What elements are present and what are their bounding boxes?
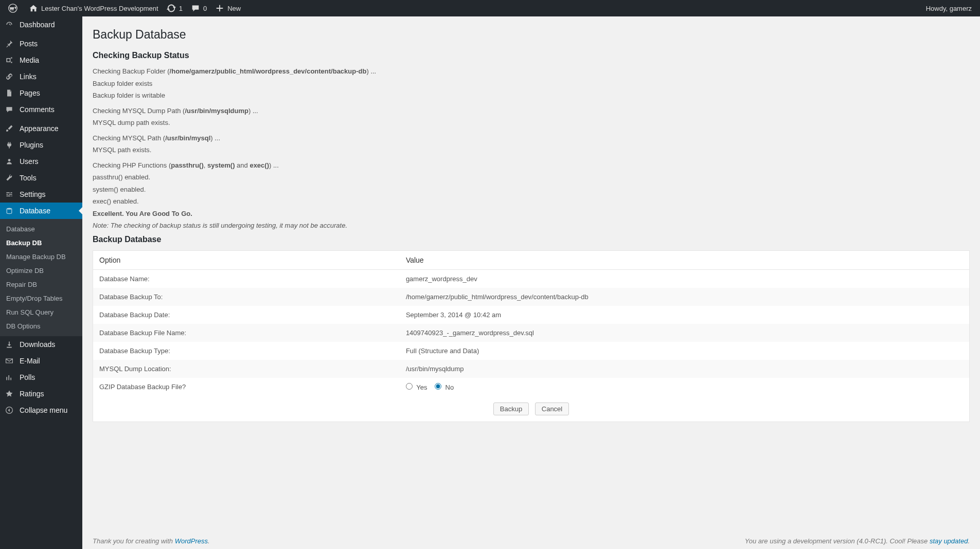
table-row: Database Backup To:/home/gamerz/public_h…: [93, 288, 970, 306]
sidebar-item-database[interactable]: Database: [0, 203, 82, 219]
cancel-button[interactable]: Cancel: [535, 402, 569, 415]
table-head-value: Value: [400, 250, 970, 269]
gzip-no-radio[interactable]: [435, 383, 441, 390]
my-account[interactable]: Howdy, gamerz: [922, 0, 976, 16]
status-ok: Backup folder exists: [93, 79, 970, 89]
sidebar-item-pages[interactable]: Pages: [0, 85, 82, 101]
users-icon: [5, 157, 15, 166]
new-label: New: [227, 5, 241, 12]
sidebar-item-links[interactable]: Links: [0, 68, 82, 85]
submenu-item-backup-db[interactable]: Backup DB: [0, 236, 82, 250]
status-line: Checking Backup Folder (/home/gamerz/pub…: [93, 66, 970, 77]
status-ok: system() enabled.: [93, 185, 970, 195]
table-cell-value: gamerz_wordpress_dev: [400, 269, 970, 288]
submenu-item-repair-db[interactable]: Repair DB: [0, 278, 82, 291]
sidebar-item-dashboard[interactable]: Dashboard: [0, 16, 82, 33]
collapse-icon: [5, 406, 15, 414]
sidebar-item-appearance[interactable]: Appearance: [0, 120, 82, 137]
sidebar-label: Polls: [20, 373, 35, 381]
status-ok: Backup folder is writable: [93, 90, 970, 101]
status-ok: MYSQL dump path exists.: [93, 118, 970, 128]
table-row: Database Backup Type:Full (Structure and…: [93, 342, 970, 360]
table-row: MYSQL Dump Location:/usr/bin/mysqldump: [93, 360, 970, 378]
footer-left: Thank you for creating with WordPress.: [93, 537, 210, 545]
sidebar-item-media[interactable]: Media: [0, 52, 82, 68]
comment-icon: [5, 105, 15, 114]
refresh-icon: [167, 4, 176, 13]
sidebar-label: Ratings: [20, 390, 44, 398]
status-note: Note: The checking of backup status is s…: [93, 221, 970, 231]
wrench-icon: [5, 174, 15, 182]
status-line: Checking MYSQL Path (/usr/bin/mysql) ...: [93, 133, 970, 143]
submenu-item-optimize-db[interactable]: Optimize DB: [0, 264, 82, 278]
star-icon: [5, 390, 15, 398]
table-cell-key: Database Backup To:: [93, 288, 400, 306]
stay-updated-link[interactable]: stay updated: [930, 537, 968, 545]
backup-button[interactable]: Backup: [493, 402, 529, 415]
submenu-item-database[interactable]: Database: [0, 222, 82, 236]
sidebar-item-collapse[interactable]: Collapse menu: [0, 402, 82, 418]
pin-icon: [5, 40, 15, 48]
sidebar-item-comments[interactable]: Comments: [0, 101, 82, 118]
media-icon: [5, 56, 15, 64]
sidebar-item-ratings[interactable]: Ratings: [0, 386, 82, 402]
sidebar-label: Downloads: [20, 340, 55, 349]
admin-bar: Lester Chan's WordPress Development 1 0 …: [0, 0, 980, 16]
table-row: Database Backup Date:September 3, 2014 @…: [93, 306, 970, 324]
gzip-yes-radio[interactable]: [406, 383, 413, 390]
backup-table: Option Value Database Name:gamerz_wordpr…: [93, 250, 970, 422]
sliders-icon: [5, 190, 15, 198]
howdy-text: Howdy, gamerz: [926, 5, 972, 12]
sidebar-item-email[interactable]: E-Mail: [0, 353, 82, 369]
plug-icon: [5, 141, 15, 149]
sidebar-label: E-Mail: [20, 357, 40, 365]
table-cell-key: MYSQL Dump Location:: [93, 360, 400, 378]
sidebar-label: Settings: [20, 190, 46, 198]
footer: Thank you for creating with WordPress. Y…: [93, 537, 970, 545]
submenu-item-run-sql[interactable]: Run SQL Query: [0, 305, 82, 319]
sidebar-item-polls[interactable]: Polls: [0, 369, 82, 386]
table-head-option: Option: [93, 250, 400, 269]
status-excellent: Excellent. You Are Good To Go.: [93, 209, 970, 219]
wordpress-link[interactable]: WordPress: [175, 537, 208, 545]
submenu-item-manage-backup[interactable]: Manage Backup DB: [0, 250, 82, 264]
mail-icon: [5, 357, 15, 365]
admin-sidebar: Dashboard Posts Media Links Pages Commen…: [0, 16, 82, 549]
sidebar-label: Dashboard: [20, 21, 55, 29]
submenu-item-db-options[interactable]: DB Options: [0, 319, 82, 333]
home-icon: [29, 4, 38, 13]
status-ok: exec() enabled.: [93, 196, 970, 207]
gzip-no-label[interactable]: No: [435, 383, 454, 391]
gzip-yes-label[interactable]: Yes: [406, 383, 427, 391]
status-block: Checking Backup Folder (/home/gamerz/pub…: [93, 66, 970, 231]
updates-count: 1: [179, 5, 183, 12]
sidebar-item-downloads[interactable]: Downloads: [0, 336, 82, 353]
link-icon: [5, 72, 15, 81]
database-icon: [5, 207, 15, 215]
sidebar-label: Appearance: [20, 124, 59, 133]
sidebar-item-tools[interactable]: Tools: [0, 170, 82, 186]
wp-logo[interactable]: [4, 0, 25, 16]
comments-link[interactable]: 0: [187, 0, 211, 16]
updates-link[interactable]: 1: [163, 0, 187, 16]
table-row: GZIP Database Backup File? Yes No: [93, 378, 970, 396]
submenu-item-empty-drop[interactable]: Empty/Drop Tables: [0, 291, 82, 305]
sidebar-label: Media: [20, 56, 39, 64]
sidebar-label: Links: [20, 72, 37, 81]
sidebar-item-settings[interactable]: Settings: [0, 186, 82, 203]
table-cell-value: Full (Structure and Data): [400, 342, 970, 360]
new-content-link[interactable]: New: [211, 0, 245, 16]
table-cell-value: 1409740923_-_gamerz_wordpress_dev.sql: [400, 324, 970, 342]
sidebar-item-users[interactable]: Users: [0, 153, 82, 170]
table-cell-key: GZIP Database Backup File?: [93, 378, 400, 396]
status-ok: MYSQL path exists.: [93, 145, 970, 155]
sidebar-label: Collapse menu: [20, 406, 67, 414]
sidebar-item-plugins[interactable]: Plugins: [0, 137, 82, 153]
status-heading: Checking Backup Status: [93, 51, 970, 60]
site-name[interactable]: Lester Chan's WordPress Development: [25, 0, 163, 16]
wordpress-icon: [8, 4, 17, 13]
sidebar-item-posts[interactable]: Posts: [0, 35, 82, 52]
comments-count: 0: [203, 5, 207, 12]
table-cell-key: Database Backup File Name:: [93, 324, 400, 342]
table-row: Database Name:gamerz_wordpress_dev: [93, 269, 970, 288]
